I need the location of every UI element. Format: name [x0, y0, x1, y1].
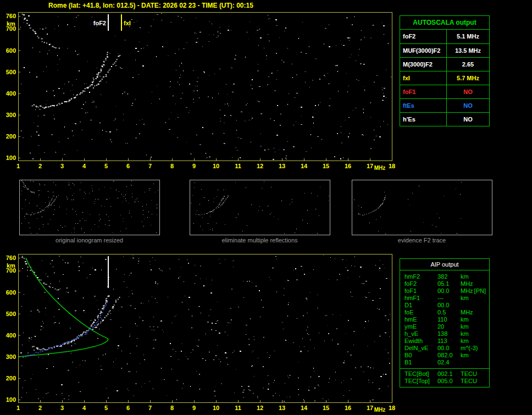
svg-text:400: 400 [6, 90, 16, 97]
svg-text:15: 15 [323, 163, 329, 169]
svg-text:8: 8 [170, 163, 174, 169]
svg-text:300: 300 [6, 353, 16, 360]
svg-text:5: 5 [104, 405, 108, 411]
autoscala-row-m-3000-f2: M(3000)F22.65 [400, 57, 489, 71]
autoscala-row-muf-3000-f2: MUF(3000)F213.5 MHz [400, 43, 489, 57]
aip-row-label: D1 [404, 302, 437, 309]
thumbnail-frame-1 [20, 180, 160, 235]
svg-text:12: 12 [257, 163, 263, 169]
aip-row-label: Ewidth [404, 337, 437, 345]
svg-text:9: 9 [192, 163, 196, 169]
aip-row-unit: km [461, 316, 489, 323]
aip-row-value: 110 [437, 316, 461, 323]
aip-row-label: B0 [404, 352, 437, 359]
autoscala-row-label: MUF(3000)F2 [400, 44, 447, 57]
aip-row-hmf2: hmF2382km [400, 273, 489, 280]
svg-text:16: 16 [345, 163, 351, 169]
aip-row-unit: km [461, 323, 489, 330]
svg-text:600: 600 [6, 289, 16, 296]
svg-text:760: 760 [6, 13, 16, 19]
svg-text:4: 4 [82, 163, 86, 169]
svg-text:7: 7 [148, 405, 152, 411]
svg-text:300: 300 [6, 112, 16, 118]
aip-row-value: 02.4 [437, 359, 461, 366]
aip-row-unit: MHz [461, 280, 489, 287]
aip-row-h-ve: h_vE138km [400, 330, 489, 337]
svg-text:13: 13 [279, 163, 285, 169]
svg-text:3: 3 [60, 163, 64, 169]
aip-row-label: foE [404, 309, 437, 316]
aip-row-unit: MHz [461, 287, 474, 295]
autoscala-row-value: 5.7 MHz [447, 71, 489, 85]
aip-row-unit: TECU [461, 378, 489, 385]
svg-text:km: km [7, 20, 15, 27]
thumbnail-caption-2: eliminate multiple reflections [190, 237, 330, 244]
svg-text:11: 11 [235, 405, 241, 411]
autoscala-row-value: NO [447, 113, 489, 126]
aip-row-hmf1: hmF1---km [400, 295, 489, 302]
aip-row-unit: MHz [461, 309, 489, 316]
autoscala-output-title: AUTOSCALA output [400, 16, 489, 30]
svg-text:6: 6 [126, 163, 130, 169]
autoscala-row-label: foF2 [400, 30, 447, 43]
aip-row-value: 00.0 [437, 287, 461, 295]
svg-text:10: 10 [213, 163, 219, 169]
aip-row-value: 05.1 [437, 280, 461, 287]
aip-row-unit: km [461, 352, 489, 359]
aip-row-unit: km [461, 295, 489, 302]
aip-row-unit: km [461, 273, 489, 280]
autoscala-row-value: NO [447, 99, 489, 112]
svg-text:foF2: foF2 [93, 20, 106, 26]
svg-text:fxI: fxI [124, 20, 131, 26]
autoscala-row-ftes: ftEsNO [400, 98, 489, 112]
ionogram-data-bottom [17, 255, 391, 402]
aip-row-hme: hmE110km [400, 316, 489, 323]
svg-text:MHz: MHz [374, 165, 386, 171]
autoscala-row-label: fxI [400, 71, 447, 85]
svg-text:1: 1 [16, 163, 20, 169]
svg-text:14: 14 [301, 405, 308, 411]
svg-text:10: 10 [213, 405, 219, 411]
aip-row-value: 002.1 [437, 370, 461, 378]
aip-row-value: 00.0 [437, 302, 461, 309]
thumbnail-data-1 [21, 180, 158, 234]
svg-text:600: 600 [6, 47, 16, 54]
autoscala-row-value: 13.5 MHz [447, 44, 489, 57]
aip-row-note: [PN] [474, 287, 489, 295]
aip-tec-rows: TEC[Bot]002.1TECUTEC[Top]005.0TECU [400, 368, 489, 387]
svg-text:500: 500 [6, 311, 16, 317]
aip-row-label: B1 [404, 359, 437, 366]
ionogram-axes-top: 123456789101112131415161718MHz7607006005… [6, 13, 395, 171]
thumbnail-caption-1: original ionogram resized [19, 237, 159, 244]
electron-density-profile [17, 258, 108, 357]
svg-text:100: 100 [6, 396, 16, 403]
aip-row-ewidth: Ewidth113km [400, 337, 489, 345]
aip-row-foe: foE0.5MHz [400, 309, 489, 316]
ionogram-axes-bottom: 123456789101112131415161718MHz7607006005… [6, 254, 395, 413]
thumbnail-data-3 [354, 182, 462, 234]
aip-row-label: foF2 [404, 280, 437, 287]
f2-extraordinary-trace [93, 55, 121, 88]
autoscala-row-fxi: fxI5.7 MHz [400, 71, 489, 85]
autoscala-output-panel: AUTOSCALA output foF25.1 MHzMUF(3000)F21… [400, 15, 490, 126]
svg-text:13: 13 [279, 405, 285, 411]
autoscala-row-label: foF1 [400, 85, 447, 98]
aip-row-value: 00.0 [437, 345, 461, 352]
svg-text:MHz: MHz [374, 407, 386, 413]
aip-row-value: 138 [437, 330, 461, 337]
thumbnail-frame-2 [190, 180, 330, 235]
aip-row-label: ymE [404, 323, 437, 330]
aip-output-panel: AIP output hmF2382kmfoF205.1MHzfoF100.0M… [400, 258, 490, 388]
svg-text:17: 17 [367, 405, 373, 411]
svg-text:17: 17 [367, 163, 373, 169]
aip-row-b1: B102.4 [400, 359, 489, 366]
svg-text:6: 6 [126, 405, 130, 411]
autoscala-output-rows: foF25.1 MHzMUF(3000)F213.5 MHzM(3000)F22… [400, 30, 489, 126]
autoscala-row-value: 5.1 MHz [447, 30, 489, 43]
autoscala-row-value: NO [447, 85, 489, 98]
aip-row-label: hmF2 [404, 273, 437, 280]
aip-row-fof1: foF100.0MHz[PN] [400, 287, 489, 295]
thumbnail-caption-3: evidence F2 trace [352, 237, 492, 244]
svg-text:16: 16 [345, 405, 351, 411]
svg-text:18: 18 [389, 405, 395, 411]
